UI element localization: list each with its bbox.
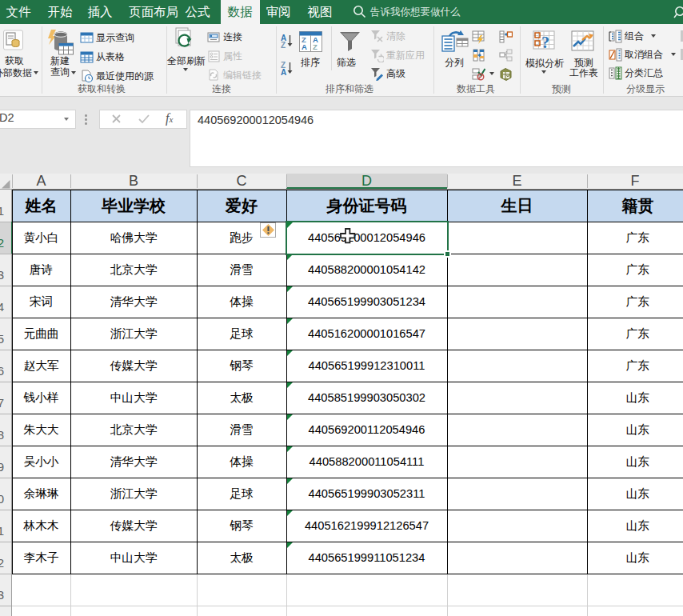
svg-text:A: A bbox=[281, 68, 286, 76]
svg-text:Z: Z bbox=[281, 41, 286, 49]
svg-text:?: ? bbox=[541, 34, 549, 51]
svg-text:A: A bbox=[302, 42, 307, 51]
svg-text:Z: Z bbox=[313, 42, 318, 51]
